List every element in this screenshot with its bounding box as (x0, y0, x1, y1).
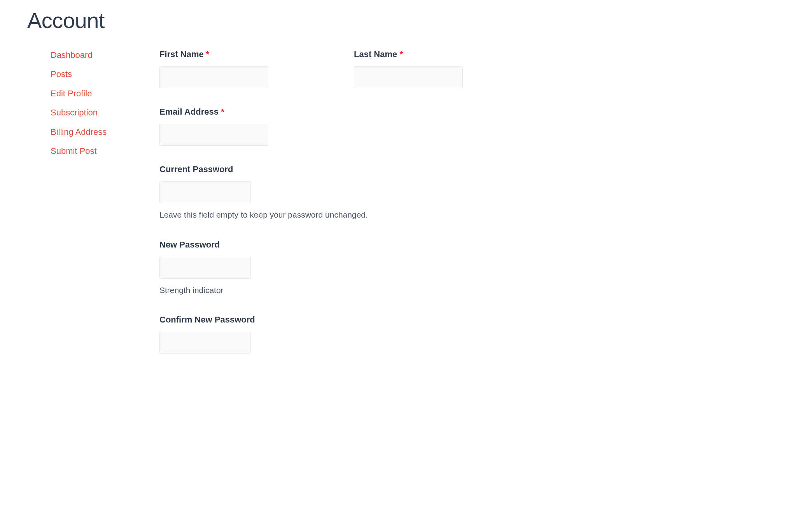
sidebar-item-billing-address[interactable]: Billing Address (51, 127, 107, 137)
first-name-label-text: First Name (159, 49, 204, 59)
current-password-group: Current Password Leave this field empty … (159, 164, 785, 221)
account-container: Dashboard Posts Edit Profile Subscriptio… (27, 48, 785, 372)
required-asterisk: * (399, 49, 403, 59)
sidebar-nav: Dashboard Posts Edit Profile Subscriptio… (27, 48, 144, 372)
confirm-password-group: Confirm New Password (159, 315, 785, 354)
sidebar-item-posts[interactable]: Posts (51, 69, 72, 79)
required-asterisk: * (221, 107, 224, 117)
email-label-text: Email Address (159, 107, 219, 117)
first-name-label: First Name * (159, 49, 268, 59)
new-password-label: New Password (159, 240, 785, 250)
last-name-label: Last Name * (354, 49, 463, 59)
last-name-label-text: Last Name (354, 49, 397, 59)
email-label: Email Address * (159, 107, 785, 117)
new-password-input[interactable] (159, 257, 251, 279)
current-password-label: Current Password (159, 164, 785, 174)
new-password-group: New Password Strength indicator (159, 240, 785, 296)
email-input[interactable] (159, 124, 268, 146)
required-asterisk: * (206, 49, 210, 59)
sidebar-item-submit-post[interactable]: Submit Post (51, 146, 97, 156)
sidebar-item-edit-profile[interactable]: Edit Profile (51, 89, 92, 98)
confirm-password-label: Confirm New Password (159, 315, 785, 325)
main-content: First Name * Last Name * Email Address * (159, 48, 785, 372)
current-password-help: Leave this field empty to keep your pass… (159, 209, 785, 221)
strength-indicator: Strength indicator (159, 284, 785, 296)
sidebar-item-dashboard[interactable]: Dashboard (51, 50, 93, 60)
last-name-group: Last Name * (354, 49, 463, 88)
last-name-input[interactable] (354, 66, 463, 88)
first-name-group: First Name * (159, 49, 268, 88)
sidebar-item-subscription[interactable]: Subscription (51, 108, 98, 117)
page-title: Account (27, 8, 785, 33)
confirm-password-input[interactable] (159, 332, 251, 354)
current-password-input[interactable] (159, 181, 251, 203)
email-group: Email Address * (159, 107, 785, 146)
first-name-input[interactable] (159, 66, 268, 88)
